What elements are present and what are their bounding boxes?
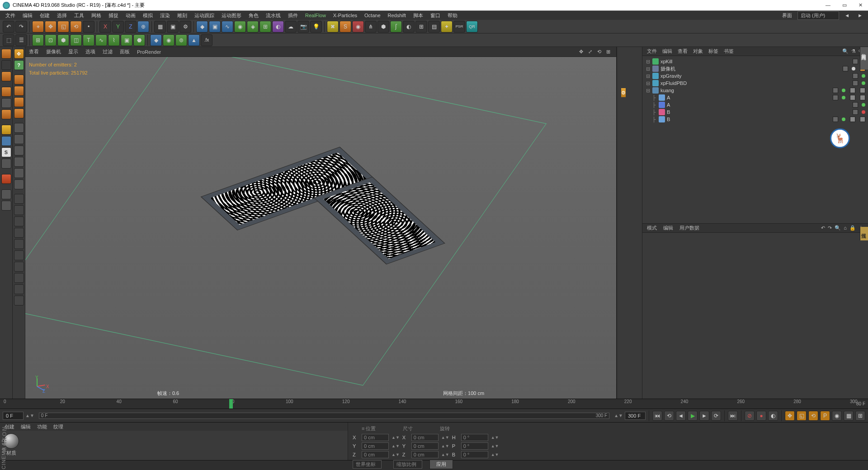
object-tree[interactable]: ⊟xpKill⊟摄像机⊟xpGravity⊟xpFluidPBD⊟kuang├A…: [642, 56, 868, 223]
mograph-extrude[interactable]: ▣: [121, 34, 132, 46]
menu-插件[interactable]: 插件: [285, 11, 301, 20]
key-pos-button[interactable]: ✥: [785, 411, 795, 421]
menu-雕刻[interactable]: 雕刻: [175, 11, 190, 20]
mograph-fracture[interactable]: ⬢: [57, 34, 69, 46]
menu-编辑[interactable]: 编辑: [20, 11, 35, 20]
add-generator[interactable]: ◉: [234, 21, 246, 33]
select-tool[interactable]: ⌖: [32, 21, 44, 33]
mode-model-icon[interactable]: [1, 49, 11, 59]
om-filter-icon[interactable]: ⚗: [851, 48, 856, 54]
cursor-tool-icon[interactable]: [14, 75, 24, 85]
plugin-icon-7[interactable]: ▤: [428, 21, 440, 33]
menu-Redshift[interactable]: Redshift: [385, 12, 409, 19]
step-back-button[interactable]: ⟲: [664, 411, 674, 421]
rotate-tool[interactable]: ⟲: [70, 21, 82, 33]
grid-6-icon[interactable]: [14, 250, 24, 260]
render-view[interactable]: ▦: [154, 21, 166, 33]
vpmenu-显示[interactable]: 显示: [68, 48, 78, 55]
vp-nav-2-icon[interactable]: ⤢: [588, 49, 594, 55]
grid-9-icon[interactable]: [14, 284, 24, 294]
add-deformer[interactable]: ◐: [272, 21, 284, 33]
mograph-instance[interactable]: ◫: [70, 34, 82, 46]
menu-捕捉[interactable]: 捕捉: [106, 11, 121, 20]
record-button[interactable]: ⊘: [745, 411, 755, 421]
add-spline[interactable]: ∿: [222, 21, 233, 33]
grid-10-icon[interactable]: [14, 296, 24, 306]
menu-X-Particles[interactable]: X-Particles: [330, 12, 360, 19]
poly-select-icon[interactable]: [14, 108, 24, 118]
plugin-icon-6[interactable]: ⊞: [415, 21, 427, 33]
vpmenu-选项[interactable]: 选项: [85, 48, 95, 55]
render-settings[interactable]: ⚙: [179, 21, 191, 33]
menu-运动跟踪[interactable]: 运动跟踪: [192, 11, 217, 20]
timeline-ruler[interactable]: 0204060801001201401601802002202402602803…: [4, 399, 850, 409]
add-null[interactable]: ◆: [196, 21, 208, 33]
plugin-s-icon[interactable]: S: [340, 21, 351, 33]
mode-edge-icon[interactable]: [1, 87, 11, 97]
menu-窗口[interactable]: 窗口: [428, 11, 443, 20]
frame-end-field[interactable]: 300 F: [625, 412, 646, 420]
scale-tool[interactable]: ◱: [57, 21, 69, 33]
add-subdivision[interactable]: ◈: [247, 21, 259, 33]
layout-selector[interactable]: 启动 (用户): [797, 11, 839, 20]
mograph-cloner[interactable]: ⊞: [32, 34, 44, 46]
object-row[interactable]: ├B: [642, 116, 868, 123]
frame-start-field[interactable]: 0 F: [3, 412, 24, 420]
magnet-icon[interactable]: [1, 174, 11, 184]
object-row[interactable]: ├B: [642, 108, 868, 116]
effector-1[interactable]: ◆: [150, 34, 162, 46]
objtab-标签[interactable]: 标签: [708, 48, 718, 55]
workplane2-icon[interactable]: [1, 201, 11, 211]
objtab-查看[interactable]: 查看: [678, 48, 688, 55]
viewport-canvas[interactable]: Number of emitters: 2 Total live particl…: [25, 57, 616, 399]
grid-4-icon[interactable]: [14, 228, 24, 238]
undo-button[interactable]: ↶: [3, 21, 14, 33]
attr-search-icon[interactable]: 🔍: [835, 225, 841, 231]
minimize-button[interactable]: —: [823, 2, 833, 8]
fx-icon[interactable]: .fx: [201, 34, 212, 46]
structure-5-icon[interactable]: [14, 168, 24, 178]
timeline[interactable]: 0204060801001201401601802002202402602803…: [0, 399, 868, 409]
grid-5-icon[interactable]: [14, 239, 24, 249]
mograph-tracer[interactable]: ∿: [95, 34, 107, 46]
close-button[interactable]: ✕: [856, 2, 865, 8]
vp-nav-3-icon[interactable]: ⟲: [597, 49, 604, 55]
layout-next-icon[interactable]: ►: [855, 12, 865, 19]
structure-2-icon[interactable]: [14, 134, 24, 144]
vpmenu-ProRender[interactable]: ProRender: [137, 49, 161, 55]
object-row[interactable]: ⊟摄像机: [642, 65, 868, 72]
live-select-icon[interactable]: ⬚: [3, 34, 14, 46]
menu-模拟[interactable]: 模拟: [140, 11, 156, 20]
mograph-text[interactable]: T: [83, 34, 94, 46]
objtab-文件[interactable]: 文件: [647, 48, 657, 55]
coord-apply-button[interactable]: 应用: [429, 460, 453, 469]
menu-渲染[interactable]: 渲染: [157, 11, 173, 20]
attrtab-用户数据[interactable]: 用户数据: [679, 225, 699, 231]
recent-tool[interactable]: •: [83, 21, 94, 33]
layout-prev-icon[interactable]: ◄: [842, 12, 852, 19]
mattab-编辑[interactable]: 编辑: [21, 423, 31, 430]
axis-z-toggle[interactable]: Z: [125, 21, 137, 33]
menu-运动图形[interactable]: 运动图形: [219, 11, 244, 20]
effector-3[interactable]: ⊚: [175, 34, 187, 46]
pal-gear-icon[interactable]: ⚙: [621, 88, 626, 97]
coord-space-select[interactable]: 世界坐标: [353, 460, 382, 469]
play-button[interactable]: ▶: [688, 411, 698, 421]
timeline-cursor[interactable]: [229, 399, 233, 409]
mode-point-icon[interactable]: [1, 98, 11, 108]
structure-4-icon[interactable]: [14, 157, 24, 167]
menu-帮助[interactable]: 帮助: [445, 11, 460, 20]
xp-icon[interactable]: ✖: [327, 21, 339, 33]
objtab-对象[interactable]: 对象: [693, 48, 703, 55]
lasso-icon[interactable]: [14, 97, 24, 107]
attr-back-icon[interactable]: ↶: [821, 225, 825, 231]
add-light[interactable]: 💡: [310, 21, 322, 33]
axis-x-toggle[interactable]: X: [99, 21, 111, 33]
mograph-matrix[interactable]: ⊡: [45, 34, 57, 46]
tb2-1[interactable]: ☰: [15, 34, 27, 46]
viewport-solo-icon[interactable]: [1, 136, 11, 146]
octane-icon[interactable]: ◉: [352, 21, 364, 33]
objtab-书签[interactable]: 书签: [724, 48, 734, 55]
vpmenu-摄像机[interactable]: 摄像机: [46, 48, 61, 55]
range-slider[interactable]: 0 F 300 F: [39, 413, 609, 419]
